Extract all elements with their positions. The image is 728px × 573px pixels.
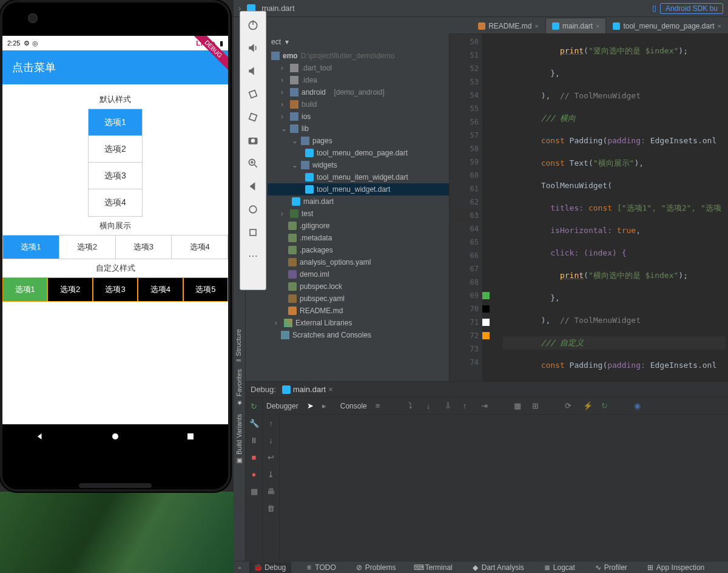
wrench-icon[interactable]: 🔧 — [249, 418, 259, 428]
breadcrumb-file[interactable]: main.dart — [261, 4, 294, 13]
clear-icon[interactable]: 🗑 — [266, 503, 276, 513]
tree-file[interactable]: pubspec.lock — [268, 280, 449, 293]
table-icon[interactable]: ▦ — [514, 401, 524, 411]
structure-tab[interactable]: ⫴ Structure — [234, 325, 243, 365]
code-editor[interactable]: 5051525354 5556575859 6061626364 6566676… — [450, 34, 728, 381]
tab-main[interactable]: main.dart × — [545, 18, 606, 33]
color-swatch-green[interactable] — [482, 292, 490, 299]
devtools-icon[interactable]: ◉ — [634, 401, 644, 411]
run-to-cursor-icon[interactable]: ⇥ — [481, 401, 491, 411]
restart-icon[interactable]: ⟳ — [565, 401, 575, 411]
status-tab-terminal[interactable]: ⌨Terminal — [410, 562, 457, 573]
status-tab-logcat[interactable]: ≣Logcat — [538, 562, 581, 573]
tree-item[interactable]: ›android [demo_android] — [268, 86, 449, 98]
cmenu-item[interactable]: 选项5 — [183, 277, 228, 302]
tree-item[interactable]: ⌄lib — [268, 123, 449, 135]
hmenu-item[interactable]: 选项1 — [3, 236, 59, 259]
grid-icon[interactable]: ⊞ — [532, 401, 542, 411]
cmenu-item[interactable]: 选项4 — [138, 277, 183, 302]
volume-up-icon[interactable] — [247, 42, 259, 54]
hmenu-item[interactable]: 选项4 — [172, 236, 228, 259]
down-icon[interactable]: ↓ — [266, 435, 276, 445]
vmenu-item[interactable]: 选项2 — [89, 136, 142, 163]
step-force-icon[interactable]: ⇩ — [445, 401, 454, 411]
tree-item[interactable]: ⌄pages — [268, 135, 449, 147]
power-icon[interactable] — [247, 19, 259, 31]
tree-item[interactable]: ›test — [268, 208, 449, 220]
tree-item[interactable]: ›.dart_tool — [268, 62, 449, 74]
status-tab-dart[interactable]: ◆Dart Analysis — [467, 562, 530, 573]
breakpoints-icon[interactable]: ● — [249, 469, 259, 479]
print-icon[interactable]: 🖶 — [266, 486, 276, 496]
back-icon[interactable] — [34, 430, 46, 442]
tree-file[interactable]: main.dart — [268, 195, 449, 208]
color-swatch-black[interactable] — [482, 305, 490, 313]
color-swatch-orange[interactable] — [482, 332, 490, 339]
tree-file[interactable]: .metadata — [268, 232, 449, 244]
status-tab-problems[interactable]: ⊘Problems — [350, 562, 402, 573]
home-icon[interactable] — [247, 203, 259, 215]
overview-icon[interactable] — [247, 226, 259, 239]
zoom-icon[interactable] — [247, 157, 259, 169]
debug-file[interactable]: main.dart × — [282, 385, 333, 394]
home-icon[interactable] — [109, 430, 121, 442]
color-swatch-white[interactable] — [482, 319, 490, 326]
tree-root[interactable]: emo D:\project\flutter_demo\demo — [268, 50, 449, 62]
status-tab-debug[interactable]: 🐞Debug — [249, 562, 291, 573]
tree-item[interactable]: ›.idea — [268, 74, 449, 86]
tab-readme[interactable]: README.md × — [471, 18, 545, 33]
rotate-left-icon[interactable] — [247, 88, 259, 100]
tree-item[interactable]: ⌄widgets — [268, 159, 449, 171]
vmenu-item[interactable]: 选项1 — [89, 109, 142, 136]
phone-screen[interactable]: 2:25 ⚙ ◎ LTE ▲ ▮ DEBUG 点击菜单 默认样式 选项1 选项2… — [2, 36, 228, 449]
camera-icon[interactable] — [247, 134, 259, 146]
scroll-icon[interactable]: ⤓ — [266, 469, 276, 479]
tree-file[interactable]: .packages — [268, 244, 449, 256]
volume-down-icon[interactable] — [247, 65, 259, 77]
up-icon[interactable]: ↑ — [266, 418, 276, 428]
tree-item[interactable]: Scratches and Consoles — [268, 329, 449, 341]
recents-icon[interactable] — [184, 430, 197, 442]
tree-file[interactable]: tool_menu_item_widget.dart — [268, 171, 449, 183]
tree-file[interactable]: .gitignore — [268, 220, 449, 232]
console-tab[interactable]: Console — [340, 402, 367, 410]
project-dropdown[interactable]: ect▾ — [268, 34, 449, 50]
tree-file[interactable]: pubspec.yaml — [268, 293, 449, 305]
debugger-tab[interactable]: Debugger — [266, 402, 298, 410]
back-icon[interactable] — [247, 180, 259, 192]
pause-icon[interactable]: ⏸ — [249, 435, 259, 445]
more-icon[interactable]: ⋯ — [247, 249, 259, 262]
status-tab-todo[interactable]: ≡TODO — [300, 562, 341, 573]
status-tab-profiler[interactable]: ∿Profiler — [589, 562, 633, 573]
vmenu-item[interactable]: 选项4 — [89, 189, 142, 216]
close-icon[interactable]: × — [596, 22, 599, 30]
hmenu-item[interactable]: 选项3 — [116, 236, 172, 259]
tree-item[interactable]: ›External Libraries — [268, 317, 449, 329]
cmenu-item[interactable]: 选项1 — [2, 277, 47, 302]
tree-item[interactable]: ›build — [268, 98, 449, 110]
tab-toolpage[interactable]: tool_menu_demo_page.dart × — [606, 18, 728, 33]
close-icon[interactable]: × — [535, 22, 539, 30]
rotate-right-icon[interactable] — [247, 111, 259, 123]
status-tab-appinspection[interactable]: ⊞App Inspection — [641, 562, 710, 573]
tree-file[interactable]: analysis_options.yaml — [268, 256, 449, 268]
status-corner-icon[interactable]: ▫ — [238, 564, 241, 571]
cmenu-item[interactable]: 选项2 — [47, 277, 92, 302]
project-tree[interactable]: ect▾ emo D:\project\flutter_demo\demo ›.… — [268, 34, 450, 381]
tree-file[interactable]: README.md — [268, 305, 449, 317]
tree-file[interactable]: demo.iml — [268, 268, 449, 280]
rerun-icon[interactable]: ↻ — [249, 401, 259, 411]
build-variants-tab[interactable]: ▣ Build Variants — [234, 410, 244, 469]
wrap-icon[interactable]: ↩ — [266, 452, 276, 462]
device-selector[interactable]: Android SDK bu — [660, 3, 723, 14]
tree-file[interactable]: tool_menu_demo_page.dart — [268, 147, 449, 159]
cmenu-item[interactable]: 选项3 — [93, 277, 138, 302]
vmenu-item[interactable]: 选项3 — [89, 163, 142, 189]
flutter-reload-icon[interactable]: ↻ — [601, 401, 611, 411]
layout-icon[interactable]: ▦ — [249, 486, 259, 496]
hot-reload-icon[interactable]: ⚡ — [583, 401, 593, 411]
code-area[interactable]: print("竖向选中的是 $index"); }, ), // ToolMen… — [500, 34, 728, 381]
step-into-icon[interactable]: ↓ — [426, 401, 436, 411]
step-out-icon[interactable]: ↑ — [463, 401, 473, 411]
hmenu-item[interactable]: 选项2 — [59, 236, 116, 259]
